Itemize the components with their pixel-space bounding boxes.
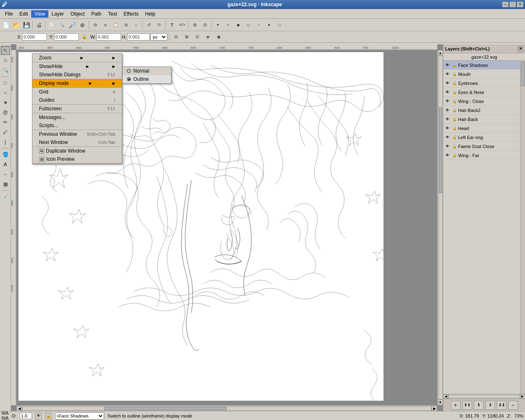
calligraphy-tool[interactable]: ∫ <box>1 137 10 146</box>
copy-btn[interactable]: ⧉ <box>90 20 100 30</box>
raise-layer-btn[interactable]: ⬆ <box>474 401 484 410</box>
layer-row-6[interactable]: 👁 🔒 Hair-Back <box>443 115 525 124</box>
layer-eye-2[interactable]: 👁 <box>444 81 451 85</box>
layers-scrollbar-thumb[interactable] <box>521 62 525 86</box>
layer-lock-1[interactable]: 🔒 <box>452 72 457 76</box>
opacity-input[interactable] <box>20 413 32 419</box>
menu-layer[interactable]: Layer <box>48 10 67 18</box>
layer-row-4[interactable]: 👁 🔒 Wing - Close <box>443 97 525 106</box>
layer-lock-5[interactable]: 🔒 <box>452 108 457 112</box>
layer-lock-10[interactable]: 🔒 <box>452 153 457 158</box>
guides-item[interactable]: Guides | <box>32 96 122 104</box>
new-button[interactable]: 📄 <box>1 20 11 30</box>
messages-item[interactable]: Messages... <box>32 113 122 121</box>
lock-icon[interactable]: 🔒 <box>45 413 52 419</box>
scroll-down-btn[interactable]: ▼ <box>438 399 443 405</box>
snap7-btn[interactable]: □ <box>274 20 284 30</box>
layer-eye-3[interactable]: 👁 <box>444 90 451 94</box>
lower-layer-btn[interactable]: ⬇ <box>485 401 495 410</box>
normal-mode-item[interactable]: Normal <box>123 67 171 75</box>
outline-mode-item[interactable]: Outline <box>123 75 171 83</box>
raise-to-top-btn[interactable]: ⬆⬆ <box>462 401 472 410</box>
layer-eye-6[interactable]: 👁 <box>444 117 451 121</box>
duplicate-btn[interactable]: ⧈ <box>100 20 110 30</box>
layers-scroll-left[interactable]: ◀ <box>443 395 448 399</box>
snap3-btn[interactable]: ◆ <box>233 20 243 30</box>
close-button[interactable]: ✕ <box>517 2 523 7</box>
ellipse-tool[interactable]: ○ <box>1 88 10 97</box>
layer-lock-9[interactable]: 🔒 <box>452 144 457 148</box>
text-btn[interactable]: T <box>167 20 177 30</box>
layer-row-3[interactable]: 👁 🔒 Eyes & Nose <box>443 88 525 97</box>
scroll-up-btn[interactable]: ▲ <box>438 50 443 56</box>
zoom-fit-drawing[interactable]: 🔍 <box>57 20 67 30</box>
layer-row-0[interactable]: 👁 🔒 Face Shadows <box>443 61 525 70</box>
snap4-btn[interactable]: ◇ <box>244 20 253 30</box>
layer-row-10[interactable]: 👁 🔒 Wing - Far <box>443 151 525 160</box>
unit-select[interactable]: px mm cm in pt <box>151 33 167 41</box>
layers-close-btn[interactable]: ✕ <box>518 46 523 52</box>
text-tool[interactable]: A <box>1 160 10 169</box>
layer-eye-4[interactable]: 👁 <box>444 99 451 103</box>
layer-eye-10[interactable]: 👁 <box>444 153 451 158</box>
show-hide-dialogs-item[interactable]: Show/Hide Dialogs F12 <box>32 71 122 79</box>
menu-edit[interactable]: Edit <box>16 10 31 18</box>
paste-in-place-btn[interactable]: ⧉ <box>121 20 131 30</box>
layer-eye-7[interactable]: 👁 <box>444 126 451 130</box>
scripts-item[interactable]: Scripts... <box>32 121 122 130</box>
spiral-tool[interactable]: @ <box>1 108 10 117</box>
layer-row-8[interactable]: 👁 🔒 Left Ear-ring <box>443 133 525 142</box>
minimize-button[interactable]: — <box>502 2 509 7</box>
transform6-btn[interactable]: ◈ <box>203 32 213 42</box>
icon-preview-item[interactable]: ⊞ Icon Preview <box>32 155 122 163</box>
paste-size-btn[interactable]: ↔ <box>131 20 141 30</box>
layer-eye-5[interactable]: 👁 <box>444 108 451 112</box>
scroll-right-btn[interactable]: ▶ <box>431 406 437 411</box>
layer-lock-4[interactable]: 🔒 <box>452 99 457 103</box>
snap6-btn[interactable]: ● <box>264 20 274 30</box>
h-scrollbar-thumb[interactable] <box>104 407 227 410</box>
lower-to-bottom-btn[interactable]: ⬇⬇ <box>497 401 507 410</box>
menu-effects[interactable]: Effects <box>120 10 142 18</box>
zoom-item[interactable]: Zoom ▶ <box>32 54 122 62</box>
w-input[interactable] <box>96 33 121 41</box>
transform5-btn[interactable]: ⊡ <box>192 32 202 42</box>
eyedropper-tool[interactable]: 💉 <box>1 192 10 201</box>
transform2-btn[interactable]: ↻ <box>154 20 164 30</box>
snap2-btn[interactable]: ✧ <box>223 20 233 30</box>
maximize-button[interactable]: □ <box>509 2 516 7</box>
previous-window-item[interactable]: Previous Window Shift+Ctrl+Tab <box>32 130 122 138</box>
layer-lock-6[interactable]: 🔒 <box>452 117 457 121</box>
h-input[interactable] <box>127 33 150 41</box>
menu-help[interactable]: Help <box>142 10 159 18</box>
pencil-tool[interactable]: ✏ <box>1 118 10 127</box>
layer-lock-7[interactable]: 🔒 <box>452 126 457 130</box>
gradient-tool[interactable]: ▦ <box>1 180 10 189</box>
star-tool[interactable]: ★ <box>1 98 10 107</box>
rect-tool[interactable]: □ <box>1 78 10 87</box>
menu-view[interactable]: View <box>31 10 48 18</box>
zoom-tool[interactable]: 🔍 <box>1 66 10 75</box>
connector-tool[interactable]: ↔ <box>1 170 10 179</box>
show-hide-item[interactable]: Show/Hide ▶ <box>32 62 122 71</box>
menu-object[interactable]: Object <box>67 10 88 18</box>
align-btn[interactable]: ⊞ <box>190 20 200 30</box>
delete-layer-btn[interactable]: − <box>508 401 518 410</box>
layer-row-9[interactable]: 👁 🔒 Faerie Dust Close <box>443 142 525 151</box>
y-input[interactable] <box>54 33 79 41</box>
view-mode-icon[interactable]: 👁 <box>35 413 42 419</box>
menu-text[interactable]: Text <box>105 10 120 18</box>
layers-scrollbar[interactable] <box>520 61 525 394</box>
scroll-left-btn[interactable]: ◀ <box>16 406 22 411</box>
layer-lock-8[interactable]: 🔒 <box>452 135 457 139</box>
layer-row-2[interactable]: 👁 🔒 Eyebrows <box>443 79 525 88</box>
layer-lock-2[interactable]: 🔒 <box>452 81 457 85</box>
display-mode-item[interactable]: Display mode ▶ <box>32 79 122 87</box>
select-tool[interactable]: ↖ <box>1 46 10 55</box>
layers-scroll-right[interactable]: ▶ <box>520 395 525 399</box>
layer-row-1[interactable]: 👁 🔒 Mouth <box>443 70 525 79</box>
transform-btn[interactable]: ↺ <box>144 20 154 30</box>
snap-btn[interactable]: ✦ <box>213 20 223 30</box>
layer-select[interactable]: •Face Shadows Mouth Eyebrows Eyes & Nose… <box>55 412 104 420</box>
zoom-in[interactable]: 🔎 <box>67 20 77 30</box>
